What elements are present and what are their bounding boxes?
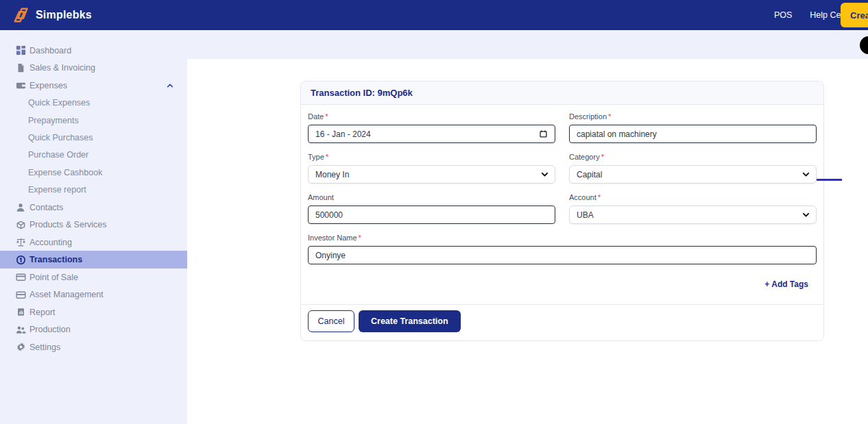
sidebar-item-label: Purchase Order xyxy=(28,150,88,160)
date-label: Date* xyxy=(308,112,555,121)
sidebar-item-label: Asset Management xyxy=(29,290,104,299)
amount-label: Amount xyxy=(308,193,555,201)
page: Simplebks POS Help Centre Create Dashboa… xyxy=(0,0,868,424)
sidebar-item-label: Point of Sale xyxy=(29,273,78,282)
create-button[interactable]: Create xyxy=(841,3,868,27)
sidebar-item-label: Expense report xyxy=(28,185,86,195)
sidebar-item-expense-report[interactable]: Expense report xyxy=(0,181,187,198)
sidebar-item-expense-cashbook[interactable]: Expense Cashbook xyxy=(0,164,187,181)
sidebar-item-label: Products & Services xyxy=(29,220,107,229)
sidebar-item-prepayments[interactable]: Prepayments xyxy=(0,112,187,129)
dashboard-icon xyxy=(15,45,26,56)
sidebar-item-purchase-order[interactable]: Purchase Order xyxy=(0,147,187,164)
sidebar-item-report[interactable]: Report xyxy=(0,303,187,321)
description-input[interactable] xyxy=(569,125,817,143)
date-input-value[interactable] xyxy=(315,125,539,142)
scales-icon xyxy=(15,237,26,248)
sidebar-item-label: Expense Cashbook xyxy=(28,168,102,177)
amount-input-value[interactable] xyxy=(315,206,548,223)
brand-logo[interactable]: Simplebks xyxy=(12,6,92,24)
sidebar-item-label: Sales & Invoicing xyxy=(29,63,95,73)
date-field-group: Date* xyxy=(308,112,555,143)
account-label: Account* xyxy=(569,193,817,201)
report-icon xyxy=(15,307,26,318)
sidebar-item-label: Report xyxy=(29,308,56,317)
sidebar-item-label: Accounting xyxy=(29,238,72,247)
annotation-line xyxy=(817,179,842,181)
brand-name: Simplebks xyxy=(36,9,92,21)
simplebks-logo-icon xyxy=(12,6,30,24)
main-content: Transaction ID: 9mQp6k Date* xyxy=(187,59,868,424)
sidebar-item-settings[interactable]: Settings xyxy=(0,338,187,356)
investor-name-label: Investor Name* xyxy=(308,234,817,242)
sidebar-item-quick-purchases[interactable]: Quick Purchases xyxy=(0,129,187,146)
type-select[interactable]: Money In xyxy=(308,165,555,184)
sidebar-item-label: Expenses xyxy=(29,81,67,90)
sidebar-item-label: Prepayments xyxy=(28,116,79,125)
investor-field-group: Investor Name* xyxy=(308,234,817,264)
category-field-group: Category* Capital xyxy=(569,153,817,184)
sidebar-item-label: Production xyxy=(29,325,71,334)
sidebar-item-point-of-sale[interactable]: Point of Sale xyxy=(0,269,187,286)
sidebar-item-label: Contacts xyxy=(29,203,63,212)
sidebar-item-contacts[interactable]: Contacts xyxy=(0,199,187,216)
chevron-up-icon xyxy=(167,83,173,88)
sidebar-item-quick-expenses[interactable]: Quick Expenses xyxy=(0,95,187,112)
date-input[interactable] xyxy=(308,125,555,143)
topbar-link-pos[interactable]: POS xyxy=(774,10,792,20)
card-footer: Cancel Create Transaction xyxy=(301,304,823,340)
amount-field-group: Amount xyxy=(308,193,555,224)
transaction-form: Date* Description* xyxy=(301,105,823,304)
wallet-icon xyxy=(15,80,26,91)
type-field-group: Type* Money In xyxy=(308,153,555,184)
category-select[interactable]: Capital xyxy=(569,165,817,184)
type-label: Type* xyxy=(308,153,555,161)
package-icon xyxy=(15,219,26,230)
investor-name-input-value[interactable] xyxy=(315,247,809,264)
people-icon xyxy=(15,324,26,335)
card-icon xyxy=(15,289,26,300)
sidebar-item-label: Transactions xyxy=(29,255,82,264)
topbar: Simplebks POS Help Centre Create xyxy=(0,0,868,30)
sidebar-item-label: Settings xyxy=(29,342,60,352)
transaction-card: Transaction ID: 9mQp6k Date* xyxy=(300,81,824,341)
person-icon xyxy=(15,202,26,213)
gear-icon xyxy=(15,342,26,353)
create-transaction-button[interactable]: Create Transaction xyxy=(359,310,461,332)
sidebar-item-accounting[interactable]: Accounting xyxy=(0,234,187,251)
sidebar-item-label: Dashboard xyxy=(29,46,71,55)
account-select[interactable]: UBA xyxy=(569,205,817,224)
investor-name-input[interactable] xyxy=(308,246,817,264)
document-icon xyxy=(15,62,26,73)
sidebar-item-dashboard[interactable]: Dashboard xyxy=(0,42,187,60)
card-icon xyxy=(15,272,26,283)
sidebar-item-label: Quick Purchases xyxy=(28,133,93,142)
description-input-value[interactable] xyxy=(577,125,809,142)
sidebar-item-expenses[interactable]: Expenses xyxy=(0,77,187,95)
cancel-button[interactable]: Cancel xyxy=(308,310,354,332)
sidebar-item-transactions[interactable]: Transactions xyxy=(0,251,187,269)
category-label: Category* xyxy=(569,153,817,161)
add-tags-link[interactable]: + Add Tags xyxy=(764,279,808,289)
account-field-group: Account* UBA xyxy=(569,193,817,224)
sidebar-item-label: Quick Expenses xyxy=(28,98,90,108)
avatar[interactable] xyxy=(860,36,868,54)
amount-input[interactable] xyxy=(308,205,555,224)
description-label: Description* xyxy=(569,112,817,121)
sidebar-item-products-services[interactable]: Products & Services xyxy=(0,216,187,234)
transaction-id-header: Transaction ID: 9mQp6k xyxy=(301,82,823,105)
calendar-icon[interactable] xyxy=(539,129,548,138)
sidebar-item-production[interactable]: Production xyxy=(0,321,187,338)
sidebar-item-asset-management[interactable]: Asset Management xyxy=(0,286,187,303)
coin-icon xyxy=(15,254,26,265)
sidebar-item-sales-invoicing[interactable]: Sales & Invoicing xyxy=(0,60,187,77)
sidebar: Dashboard Sales & Invoicing Expenses xyxy=(0,30,187,424)
description-field-group: Description* xyxy=(569,112,817,143)
